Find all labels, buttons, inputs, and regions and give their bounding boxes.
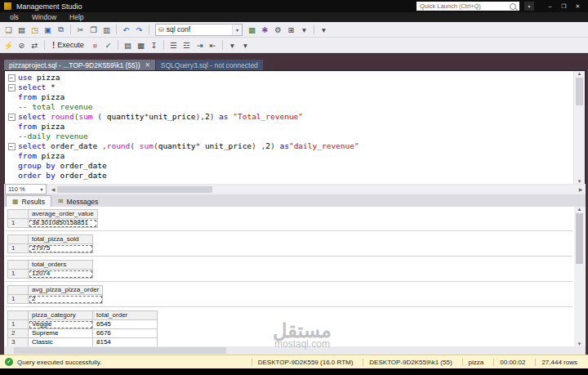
toolbar-overflow-icon[interactable]: ▾ — [298, 24, 310, 36]
fold-minus-icon[interactable]: − — [8, 114, 16, 121]
wrench-icon[interactable]: ⚙ — [272, 24, 284, 36]
column-header[interactable]: total_orders — [29, 261, 93, 270]
close-icon[interactable]: ✕ — [572, 2, 584, 11]
toolbar-more-dropdown-icon[interactable]: ▾ — [318, 24, 330, 36]
fold-minus-icon[interactable]: − — [8, 143, 16, 150]
tab-pizzaproject[interactable]: pizzaproject.sql - ...TOP-9D2K559\k1 (55… — [4, 60, 155, 70]
zoom-dropdown-icon[interactable]: ▾ — [38, 186, 46, 192]
editor-scrollbar-thumb[interactable] — [576, 78, 583, 105]
code-line[interactable]: order by order_date — [5, 171, 573, 181]
grid-cell[interactable]: 6545 — [93, 320, 158, 329]
fold-collapse-icon[interactable]: − — [5, 84, 18, 92]
grid-corner-cell[interactable] — [8, 261, 29, 270]
outdent-icon[interactable]: ⇤ — [207, 39, 219, 51]
zoom-combobox[interactable]: 110 % ▾ — [5, 184, 47, 194]
editor-horizontal-scrollbar[interactable]: ◀ ▶ — [49, 185, 585, 194]
change-connection-icon[interactable]: ⇄ — [29, 39, 41, 51]
fold-minus-icon[interactable]: − — [8, 84, 16, 92]
fold-minus-icon[interactable]: − — [8, 74, 16, 82]
menu-help[interactable]: Help — [63, 13, 90, 21]
code-line[interactable]: −select order_date ,round( sum(quantity*… — [5, 141, 573, 151]
uncomment-icon[interactable]: ☲ — [180, 39, 193, 51]
parse-icon[interactable]: ✓ — [102, 39, 114, 51]
query-options-icon[interactable]: ⊞ — [285, 24, 297, 36]
grid-cell[interactable]: Supreme — [29, 329, 93, 338]
scroll-up-icon[interactable]: ▲ — [577, 71, 582, 76]
editor-dropdown2-icon[interactable]: ▾ — [239, 39, 252, 51]
undo-icon[interactable]: ↶ — [120, 24, 132, 36]
restore-icon[interactable]: ❐ — [558, 2, 570, 11]
grid-cell[interactable]: 8154 — [93, 338, 158, 347]
results-scrollbar-thumb[interactable] — [576, 213, 583, 264]
grid-cell[interactable]: Veggie — [29, 320, 93, 329]
disconnect-icon[interactable]: ⊘ — [16, 39, 28, 51]
connect-icon[interactable]: ⚡ — [2, 39, 15, 51]
close-tab-icon[interactable]: ✕ — [145, 61, 149, 69]
results-scroll-up-icon[interactable]: ▲ — [577, 207, 582, 212]
results-to-text-icon[interactable]: ▤ — [122, 39, 134, 51]
column-header[interactable]: average_order_value — [29, 210, 98, 219]
code-line[interactable]: --daily revenue — [5, 132, 573, 141]
column-header[interactable]: avg_pizza_pizza_order — [29, 286, 103, 295]
code-area[interactable]: −use pizza−select *from pizza-- total re… — [5, 71, 573, 184]
code-line[interactable]: group by order_date — [5, 161, 573, 171]
row-number[interactable]: 3 — [8, 338, 29, 347]
tab-results[interactable]: ▦ Results — [6, 195, 51, 207]
column-header[interactable]: total_pizza_sold — [29, 235, 93, 244]
grid-corner-cell[interactable] — [8, 210, 29, 219]
results-hscrollbar-thumb[interactable] — [14, 347, 226, 354]
paste-icon[interactable]: ▥ — [100, 24, 113, 36]
code-line[interactable]: from pizza — [5, 122, 573, 132]
cut-icon[interactable]: ✂ — [74, 24, 87, 36]
code-line[interactable]: from pizza — [5, 92, 573, 102]
fold-collapse-icon[interactable]: − — [5, 74, 18, 82]
results-scroll-down-icon[interactable]: ▼ — [577, 342, 582, 346]
editor-hscrollbar-thumb[interactable] — [57, 186, 212, 193]
column-header[interactable]: pizza_category — [29, 311, 93, 320]
grid-cell[interactable]: 12074 — [29, 270, 93, 279]
scroll-left-icon[interactable]: ◀ — [49, 186, 57, 192]
editor-vertical-scrollbar[interactable]: ▲ ▼ — [573, 71, 585, 184]
quick-launch-input[interactable]: Quick Launch (Ctrl+Q) — [416, 2, 519, 11]
grid-cell[interactable]: Classic — [29, 338, 93, 347]
fold-collapse-icon[interactable]: − — [5, 114, 18, 121]
execution-plan-icon[interactable]: ▦ — [246, 24, 258, 36]
code-line[interactable]: −select round(sum ( quantity*unit_price)… — [5, 112, 573, 122]
analyze-query-icon[interactable]: ✱ — [259, 24, 271, 36]
indent-icon[interactable]: ⇥ — [194, 39, 206, 51]
results-to-grid-icon[interactable]: ▦ — [135, 39, 147, 51]
row-number[interactable]: 1 — [8, 219, 29, 228]
column-header[interactable]: total_order — [93, 311, 158, 320]
grid-corner-cell[interactable] — [8, 286, 29, 295]
grid-cell[interactable]: 38.3010850158851 — [29, 219, 98, 228]
results-vertical-scrollbar[interactable]: ▲ ▼ — [574, 207, 585, 346]
code-line[interactable]: -- total revenue — [5, 102, 573, 112]
menu-window[interactable]: Window — [25, 13, 63, 21]
sql-editor[interactable]: −use pizza−select *from pizza-- total re… — [4, 70, 586, 184]
row-number[interactable]: 1 — [8, 320, 29, 329]
fold-collapse-icon[interactable]: − — [5, 143, 18, 150]
execute-button[interactable]: ! Execute — [48, 39, 88, 51]
open-file-icon[interactable]: ◳ — [29, 24, 41, 36]
row-number[interactable]: 2 — [8, 329, 29, 338]
menu-ols[interactable]: ols — [3, 13, 25, 21]
editor-dropdown-icon[interactable]: ▾ — [226, 39, 238, 51]
grid-cell[interactable]: 27975 — [29, 244, 93, 253]
new-file-icon[interactable]: ▤ — [16, 24, 28, 36]
row-number[interactable]: 1 — [8, 244, 29, 253]
results-horizontal-scrollbar[interactable] — [4, 346, 586, 355]
row-number[interactable]: 1 — [8, 270, 29, 279]
grid-cell[interactable]: 6676 — [93, 329, 158, 338]
database-combobox-arrow-icon[interactable]: ▾ — [232, 25, 242, 35]
results-to-file-icon[interactable]: ↧ — [148, 39, 160, 51]
grid-cell[interactable]: 2 — [29, 295, 103, 304]
save-all-icon[interactable]: ⧉ — [55, 24, 67, 36]
code-line[interactable]: −select * — [5, 83, 573, 92]
grid-corner-cell[interactable] — [8, 235, 29, 244]
scroll-right-icon[interactable]: ▶ — [577, 186, 585, 192]
save-icon[interactable]: ▣ — [42, 24, 54, 36]
cancel-query-icon[interactable]: ■ — [89, 39, 101, 51]
tab-sqlquery3[interactable]: SQLQuery3.sql - not connected — [156, 60, 263, 70]
code-line[interactable]: −use pizza — [5, 73, 573, 83]
grid-corner-cell[interactable] — [8, 311, 29, 320]
